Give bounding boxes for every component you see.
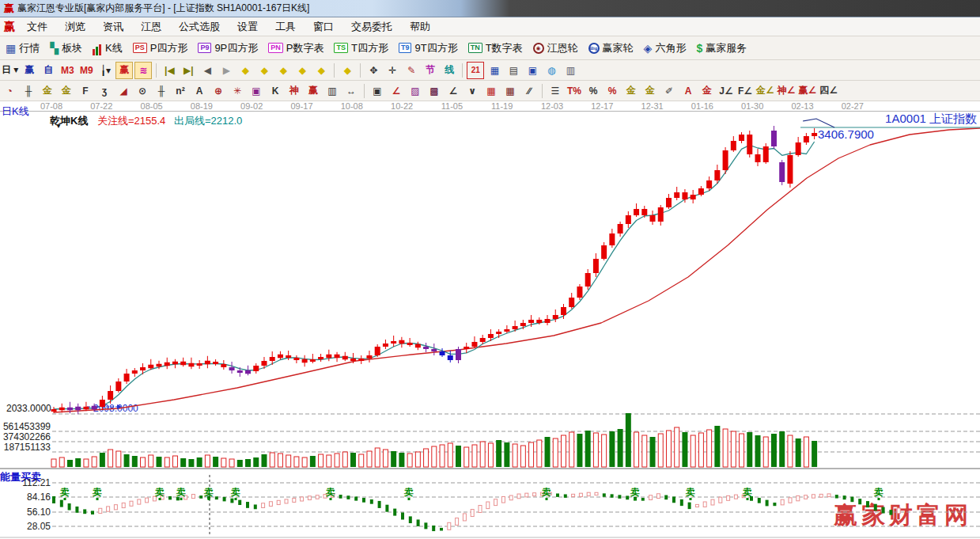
gold-line-tool[interactable]: 金 <box>641 82 659 100</box>
boxed-star-tool[interactable]: ▣ <box>248 82 265 100</box>
gold-angle-tool[interactable]: 金∠ <box>755 82 775 100</box>
menu-item-5[interactable]: 设置 <box>229 18 267 36</box>
t-percent-tool[interactable]: T% <box>566 82 583 100</box>
chart-area[interactable]: 07-0807-2208-0508-1909-0209-1710-0810-22… <box>0 101 980 539</box>
diamond-right-button[interactable]: ◆ <box>255 62 273 79</box>
hexagon-button[interactable]: ◈六角形 <box>644 41 687 55</box>
p-number-table-button[interactable]: PNP数字表 <box>268 41 324 55</box>
angle-a-tool[interactable]: A <box>191 82 208 100</box>
period-dropdown[interactable]: 日 ▾ <box>1 62 19 79</box>
red-ruler-tool[interactable]: ◢ <box>115 82 132 100</box>
square-frame-tool[interactable]: ▣ <box>369 82 386 100</box>
gold-circle-tool[interactable]: 金 <box>622 82 640 100</box>
shen-angle-tool[interactable]: 神∠ <box>777 82 796 100</box>
web-mail-icon[interactable]: ◍ <box>543 62 560 79</box>
percent-tool[interactable]: % <box>585 82 602 100</box>
menu-item-6[interactable]: 工具 <box>267 18 305 36</box>
square-number-tool[interactable]: n² <box>172 82 189 100</box>
red-fan-tool[interactable]: ∠ <box>388 82 405 100</box>
grid-box-tool[interactable]: ▦ <box>501 82 519 100</box>
menu-item-7[interactable]: 窗口 <box>305 18 342 36</box>
diamond-updown-button[interactable]: ◆ <box>339 62 356 79</box>
fib-ruler-tool[interactable]: F <box>77 82 94 100</box>
next-bar-button[interactable]: ▶ <box>218 62 235 79</box>
kline-button[interactable]: K线 <box>93 41 123 55</box>
purple-fan-box-tool[interactable]: ▨ <box>407 82 424 100</box>
tick-ruler-tool[interactable]: ╫ <box>20 82 37 100</box>
shen-ruler-tool[interactable]: 神 <box>286 82 303 100</box>
tick-ruler-tool-2[interactable]: ╫ <box>153 82 170 100</box>
p-number-table-button-label: P数字表 <box>286 41 324 55</box>
slant-lines-tool[interactable]: ∕∕ <box>520 82 538 100</box>
calculator-icon[interactable]: ▦ <box>486 62 503 79</box>
gann-node-tool-button[interactable]: 节 <box>422 62 439 79</box>
last-bar-button[interactable]: ▶| <box>180 62 197 79</box>
t-number-table-button[interactable]: TNT数字表 <box>468 41 523 55</box>
ying-angle-tool[interactable]: 赢∠ <box>798 82 818 100</box>
9t-square-button[interactable]: T99T四方形 <box>399 41 458 55</box>
winner-service-button[interactable]: $赢家服务 <box>696 41 747 55</box>
candle-style-dropdown[interactable]: ╽▾ <box>96 62 114 79</box>
colored-kline-button[interactable]: ≋ <box>134 62 152 79</box>
diamond-hsplit-button[interactable]: ◆ <box>274 62 292 79</box>
menu-item-4[interactable]: 公式选股 <box>170 18 229 36</box>
hand-tool-button[interactable]: ✥ <box>365 62 382 79</box>
notes-icon[interactable]: ▤ <box>505 62 522 79</box>
sectors-button[interactable]: ▚板块 <box>50 41 82 55</box>
gold-grid-tool-1[interactable]: 金 <box>39 82 56 100</box>
save-icon[interactable]: ▣ <box>524 62 541 79</box>
winner-window-icon[interactable]: 赢 <box>21 62 38 79</box>
t-square-button-label: T四方形 <box>351 41 388 55</box>
menu-item-9[interactable]: 帮助 <box>401 18 439 36</box>
diamond-left-button[interactable]: ◆ <box>236 62 254 79</box>
9p-square-button[interactable]: P99P四方形 <box>198 41 258 55</box>
protractor-tool[interactable]: ◔ <box>1 82 18 100</box>
prev-bar-button[interactable]: ◀ <box>199 62 216 79</box>
t-square-button[interactable]: TST四方形 <box>334 41 388 55</box>
chart-canvas[interactable]: 卖卖卖卖卖卖卖卖卖卖卖卖卖 <box>0 101 980 539</box>
j-angle-tool[interactable]: J∠ <box>717 82 735 100</box>
star-wheel-tool[interactable]: ✳ <box>229 82 246 100</box>
wave-line-tool-button[interactable]: 线 <box>441 62 458 79</box>
a-wave-tool[interactable]: A <box>679 82 697 100</box>
print-icon[interactable]: ▥ <box>562 62 579 79</box>
menu-item-3[interactable]: 江恩 <box>132 18 170 36</box>
custom-form-icon[interactable]: 自 <box>40 62 57 79</box>
diamond-compress-button[interactable]: ◆ <box>293 62 311 79</box>
calendar-icon[interactable]: 21 <box>467 62 484 79</box>
chart-3-icon[interactable]: M3 <box>59 62 76 79</box>
quotes-button[interactable]: ▦行情 <box>6 41 40 55</box>
p-square-button[interactable]: PSP四方形 <box>133 41 188 55</box>
ruler-123-tool[interactable]: ▥ <box>324 82 341 100</box>
gold-grid-tool-2[interactable]: 金 <box>58 82 75 100</box>
menu-item-8[interactable]: 交易委托 <box>342 18 401 36</box>
pencil-chart-tool[interactable]: ✐ <box>660 82 678 100</box>
red-grid-tool[interactable]: ▦ <box>482 82 500 100</box>
gold-underline-tool[interactable]: 金 <box>698 82 716 100</box>
f-angle-tool[interactable]: F∠ <box>736 82 754 100</box>
gann-wheel-button[interactable]: ◉江恩轮 <box>533 41 578 55</box>
v-lines-tool[interactable]: ∨ <box>464 82 481 100</box>
menu-item-1[interactable]: 浏览 <box>56 18 94 36</box>
menu-item-0[interactable]: 文件 <box>18 18 56 36</box>
gann-crosshair-tool[interactable]: ⊕ <box>210 82 227 100</box>
four-angle-tool[interactable]: 四∠ <box>819 82 838 100</box>
dark-fan-box-tool[interactable]: ▩ <box>426 82 443 100</box>
circle-ruler-tool[interactable]: ⊙ <box>134 82 151 100</box>
title-bar: 赢 赢家江恩专业版[赢家内部服务平台] - [上证指数 SH1A0001-167… <box>0 0 980 17</box>
qiankun-kline-button[interactable]: 赢 <box>115 62 133 79</box>
percent-line-tool[interactable]: % <box>604 82 621 100</box>
chart-9-icon[interactable]: M9 <box>78 62 95 79</box>
winner-wheel-button[interactable]: Big赢家轮 <box>588 41 634 55</box>
crosshair-tool-button[interactable]: ✛ <box>384 62 401 79</box>
menu-item-2[interactable]: 资讯 <box>94 18 132 36</box>
k-mark-tool[interactable]: K <box>267 82 284 100</box>
ying-ruler-tool[interactable]: 赢 <box>305 82 322 100</box>
spiral-tool[interactable]: ʒ <box>96 82 113 100</box>
trendline-tool-button[interactable]: ✎ <box>403 62 420 79</box>
first-bar-button[interactable]: |◀ <box>161 62 178 79</box>
angle-lines-tool[interactable]: ∠ <box>445 82 462 100</box>
h-measure-tool[interactable]: ↔ <box>342 82 360 100</box>
list-panel-tool[interactable]: ☰ <box>547 82 564 100</box>
diamond-cross-button[interactable]: ◆ <box>312 62 330 79</box>
